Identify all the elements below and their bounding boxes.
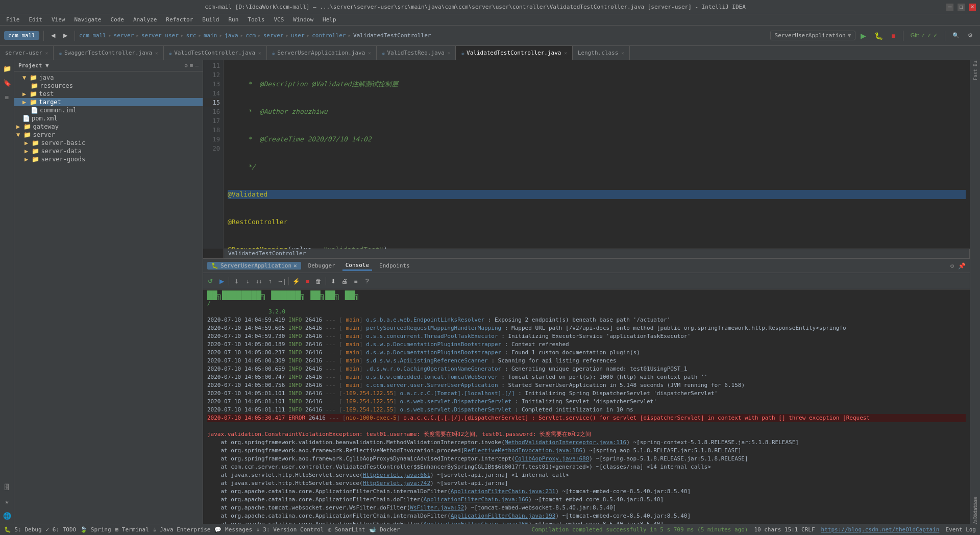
menu-refactor[interactable]: Refactor [162, 15, 197, 24]
maximize-button[interactable]: □ [958, 4, 965, 11]
nav-user[interactable]: user [291, 32, 305, 39]
menu-view[interactable]: View [47, 15, 69, 24]
menu-analyze[interactable]: Analyze [129, 15, 161, 24]
debug-status-label[interactable]: 🐛 5: Debug [4, 526, 42, 533]
nav-controller[interactable]: controller [312, 32, 346, 39]
restart-debug-button[interactable]: ↺ [205, 276, 215, 286]
help-debug-button[interactable]: ? [362, 276, 372, 286]
debug-pin-icon[interactable]: 📌 [958, 262, 966, 270]
menu-tools[interactable]: Tools [243, 15, 268, 24]
run-config-dropdown-icon[interactable]: ▼ [848, 32, 851, 39]
resume-button[interactable]: ▶ [216, 276, 227, 286]
docker-label[interactable]: 🐋 Docker [369, 526, 400, 533]
settings-debug-button[interactable]: ≡ [351, 276, 361, 286]
evaluate-button[interactable]: ⚡ [291, 276, 301, 286]
print-button[interactable]: 🖨 [339, 276, 350, 286]
tab-server-user[interactable]: server-user ✕ [0, 46, 54, 60]
tab-console[interactable]: Console [342, 261, 372, 271]
minimize-button[interactable]: ─ [946, 4, 953, 11]
search-everywhere-button[interactable]: 🔍 [949, 29, 963, 43]
favorites-icon[interactable]: ★ [1, 495, 13, 507]
run-to-cursor-button[interactable]: →| [276, 276, 286, 286]
structure-icon[interactable]: ≡ [1, 91, 13, 103]
tab-close-serverapp[interactable]: ✕ [368, 51, 371, 56]
nav-java[interactable]: java [225, 32, 238, 39]
tab-close-swagger[interactable]: ✕ [155, 51, 158, 56]
todo-label[interactable]: ✓ 6: TODO [46, 526, 77, 533]
tab-close-validtest[interactable]: ✕ [258, 51, 261, 56]
menu-edit[interactable]: Edit [25, 15, 47, 24]
tab-endpoints[interactable]: Endpoints [376, 261, 413, 270]
tree-server-basic[interactable]: ▶ 📁 server-basic [14, 139, 203, 147]
vcs-label[interactable]: ↕ 3: Version Control [256, 526, 324, 533]
tree-server-data[interactable]: ▶ 📁 server-data [14, 147, 203, 155]
tab-debugger[interactable]: Debugger [305, 261, 338, 270]
menu-vcs[interactable]: VCS [270, 15, 288, 24]
back-button[interactable]: ◀ [48, 29, 58, 43]
clear-console-button[interactable]: 🗑 [313, 276, 324, 286]
tree-gateway[interactable]: ▶ 📁 gateway [14, 123, 203, 131]
tab-close-validatedtest[interactable]: ✕ [564, 51, 567, 56]
nav-server-user[interactable]: server-user [141, 32, 179, 39]
menu-window[interactable]: Window [289, 15, 317, 24]
nav-ccm-mall[interactable]: ccm-mall [79, 32, 106, 39]
run-button[interactable]: ▶ [857, 29, 869, 43]
nav-server2[interactable]: server [263, 32, 284, 39]
scroll-to-end-button[interactable]: ⬇ [328, 276, 338, 286]
tree-common-iml[interactable]: 📄 common.iml [14, 106, 203, 114]
forward-button[interactable]: ▶ [60, 29, 70, 43]
spring-label[interactable]: 🍃 Spring [80, 526, 111, 533]
tab-close-validreq[interactable]: ✕ [448, 51, 450, 56]
code-content[interactable]: * @Description @Validated注解测试控制层 * @Auth… [224, 60, 970, 249]
tree-target[interactable]: ▶ 📁 target [14, 98, 203, 106]
debug-settings-icon[interactable]: ⚙ [950, 262, 954, 270]
menu-run[interactable]: Run [224, 15, 242, 24]
tab-close-server-user[interactable]: ✕ [45, 51, 48, 56]
right-gutter-validation[interactable]: Bean Validation [971, 514, 979, 522]
database-icon[interactable]: 🗄 [1, 481, 13, 493]
tab-swagger[interactable]: ☕ SwaggerTestController.java ✕ [54, 46, 163, 60]
nav-src[interactable]: src [186, 32, 196, 39]
sonar-label[interactable]: ◎ SonarLint [328, 526, 365, 533]
menu-build[interactable]: Build [198, 15, 223, 24]
java-enterprise-label[interactable]: ☕ Java Enterprise [153, 526, 211, 533]
menu-navigate[interactable]: Navigate [70, 15, 106, 24]
nav-server[interactable]: server [114, 32, 134, 39]
tab-length[interactable]: Length.class ✕ [573, 46, 630, 60]
nav-ccm[interactable]: ccm [246, 32, 256, 39]
tab-validatedtest-active[interactable]: ☕ ValidatedTestController.java ✕ [456, 46, 572, 60]
debug-app-close[interactable]: ✕ [293, 262, 297, 269]
tab-validtest[interactable]: ☕ ValidTestController.java ✕ [164, 46, 267, 60]
tab-validreq[interactable]: ☕ ValidTestReq.java ✕ [377, 46, 456, 60]
tree-resources[interactable]: 📁 resources [14, 82, 203, 90]
console-output[interactable]: ██╗████████╗ ██████╗ ██╗██╗ ██╗ / 3.2.0 … [203, 289, 970, 524]
tree-server[interactable]: ▼ 📁 server [14, 131, 203, 139]
project-settings-icon[interactable]: ⚙ [184, 62, 188, 69]
right-gutter-build[interactable]: Fast Build [971, 62, 979, 70]
step-into-button[interactable]: ↓ [242, 276, 253, 286]
menu-help[interactable]: Help [318, 15, 340, 24]
tab-close-length[interactable]: ✕ [621, 51, 624, 56]
nav-main[interactable]: main [204, 32, 217, 39]
debug-run-button[interactable]: 🐛 [871, 29, 886, 43]
step-over-button[interactable]: ⤵ [231, 276, 241, 286]
tree-java[interactable]: ▼ 📁 java [14, 74, 203, 82]
stop-button[interactable]: ■ [888, 29, 898, 43]
menu-code[interactable]: Code [106, 15, 128, 24]
tab-serverapp[interactable]: ☕ ServerUserApplication.java ✕ [267, 46, 377, 60]
bookmark-icon[interactable]: 🔖 [1, 77, 13, 89]
blog-link[interactable]: https://blog.csdn.net/theOldCaptain [821, 526, 940, 533]
code-editor[interactable]: 11 12 13 14 15 16 17 18 19 20 * @Descrip… [203, 60, 970, 249]
git-button[interactable]: Git: ✓ ✓ ✓ [908, 29, 941, 43]
tree-server-goods[interactable]: ▶ 📁 server-goods [14, 155, 203, 163]
force-step-into-button[interactable]: ↓↓ [254, 276, 264, 286]
messages-label[interactable]: 💬 Messages [214, 526, 252, 533]
web-icon[interactable]: 🌐 [1, 509, 13, 522]
settings-button[interactable]: ⚙ [965, 29, 976, 43]
project-gear-icon[interactable]: – [195, 62, 199, 69]
menu-file[interactable]: File [2, 15, 24, 24]
project-cog-icon[interactable]: ≡ [190, 62, 193, 69]
close-button[interactable]: ✕ [969, 4, 976, 11]
event-log-label[interactable]: Event Log [945, 526, 976, 533]
tree-pom[interactable]: 📄 pom.xml [14, 114, 203, 123]
